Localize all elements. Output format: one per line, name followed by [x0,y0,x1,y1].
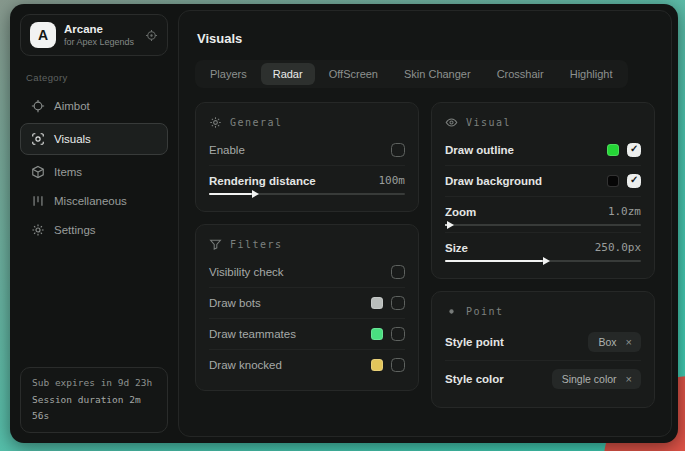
sidebar-item-label: Items [54,166,82,178]
category-label: Category [26,72,162,83]
setting-label: Visibility check [209,266,284,278]
rendering-distance-slider[interactable] [209,191,405,201]
app-logo: A [30,22,56,48]
page-title: Visuals [197,31,655,46]
setting-row-zoom: Zoom 1.0zm [445,196,641,222]
setting-row-enable: Enable [209,135,405,165]
draw-knocked-color-swatch[interactable] [371,359,383,371]
clear-icon[interactable] [626,337,632,348]
tab-radar[interactable]: Radar [261,63,315,85]
draw-bots-color-swatch[interactable] [371,297,383,309]
setting-label: Style color [445,373,504,385]
draw-teammates-checkbox[interactable] [391,327,405,341]
draw-bots-checkbox[interactable] [391,296,405,310]
eye-scan-icon [31,132,45,146]
sidebar-item-settings[interactable]: Settings [20,216,168,244]
sidebar: A Arcane for Apex Legends Category [10,4,178,443]
session-duration: Session duration 2m 56s [32,392,156,425]
setting-row-draw-teammates: Draw teammates [209,318,405,349]
style-point-select[interactable]: Box [588,332,641,352]
zoom-slider[interactable] [445,222,641,232]
filter-icon [209,238,222,251]
eye-icon [445,116,458,129]
gear-icon [31,223,45,237]
sidebar-item-label: Aimbot [54,100,90,112]
setting-row-rendering-distance: Rendering distance 100m [209,165,405,191]
visual-card: Visual Draw outline Draw background [431,102,655,279]
draw-teammates-color-swatch[interactable] [371,328,383,340]
setting-row-style-point: Style point Box [445,324,641,360]
sidebar-item-visuals[interactable]: Visuals [20,123,168,155]
section-title: Visual [466,117,511,128]
sidebar-item-items[interactable]: Items [20,158,168,186]
tab-players[interactable]: Players [198,63,259,85]
sidebar-item-aimbot[interactable]: Aimbot [20,92,168,120]
tab-crosshair[interactable]: Crosshair [485,63,556,85]
setting-label: Style point [445,336,504,348]
draw-knocked-checkbox[interactable] [391,358,405,372]
target-icon[interactable] [145,29,158,42]
setting-label: Draw knocked [209,359,282,371]
tab-bar: Players Radar OffScreen Skin Changer Cro… [195,60,628,88]
app-name: Arcane [64,22,134,36]
gear-icon [209,116,222,129]
setting-label: Zoom [445,206,476,218]
sidebar-item-label: Visuals [54,133,91,145]
tab-offscreen[interactable]: OffScreen [317,63,390,85]
sidebar-item-label: Miscellaneous [54,195,127,207]
enable-checkbox[interactable] [391,143,405,157]
setting-row-draw-outline: Draw outline [445,135,641,165]
zoom-value: 1.0zm [608,205,641,218]
general-card: General Enable Rendering distance 100m [195,102,419,212]
point-icon [445,305,458,318]
columns-icon [31,194,45,208]
clear-icon[interactable] [626,374,632,385]
draw-outline-checkbox[interactable] [627,143,641,157]
setting-label: Draw outline [445,144,514,156]
setting-label: Enable [209,144,245,156]
box-icon [31,165,45,179]
draw-background-checkbox[interactable] [627,174,641,188]
style-color-select[interactable]: Single color [552,369,641,389]
setting-row-draw-bots: Draw bots [209,287,405,318]
setting-row-draw-knocked: Draw knocked [209,349,405,380]
draw-outline-color-swatch[interactable] [607,144,619,156]
sub-expiry: Sub expires in 9d 23h [32,375,156,392]
sidebar-item-miscellaneous[interactable]: Miscellaneous [20,187,168,215]
rendering-distance-value: 100m [379,174,406,187]
tab-skin-changer[interactable]: Skin Changer [392,63,483,85]
sidebar-item-label: Settings [54,224,96,236]
desktop: { "app": { "name": "Arcane", "subtitle":… [0,0,685,451]
setting-label: Size [445,242,468,254]
section-title: Filters [230,239,283,250]
point-card: Point Style point Box Style color Single… [431,291,655,408]
brand-card: A Arcane for Apex Legends [20,14,168,56]
setting-row-draw-background: Draw background [445,165,641,196]
size-value: 250.0px [595,241,641,254]
setting-label: Draw background [445,175,542,187]
section-title: Point [466,306,504,317]
setting-row-style-color: Style color Single color [445,360,641,397]
app-window: A Arcane for Apex Legends Category [10,4,678,443]
setting-label: Rendering distance [209,175,316,187]
sidebar-nav: Aimbot Visuals Items [20,91,168,245]
setting-label: Draw teammates [209,328,296,340]
session-info: Sub expires in 9d 23h Session duration 2… [20,367,168,433]
section-title: General [230,117,283,128]
tab-highlight[interactable]: Highlight [558,63,625,85]
setting-row-size: Size 250.0px [445,232,641,258]
size-slider[interactable] [445,258,641,268]
crosshair-icon [31,99,45,113]
setting-row-visibility-check: Visibility check [209,257,405,287]
setting-label: Draw bots [209,297,261,309]
visibility-check-checkbox[interactable] [391,265,405,279]
main-panel: Visuals Players Radar OffScreen Skin Cha… [178,10,672,437]
app-subtitle: for Apex Legends [64,37,134,48]
filters-card: Filters Visibility check Draw bots [195,224,419,391]
draw-background-color-swatch[interactable] [607,175,619,187]
style-point-value: Box [598,336,616,348]
style-color-value: Single color [562,373,617,385]
